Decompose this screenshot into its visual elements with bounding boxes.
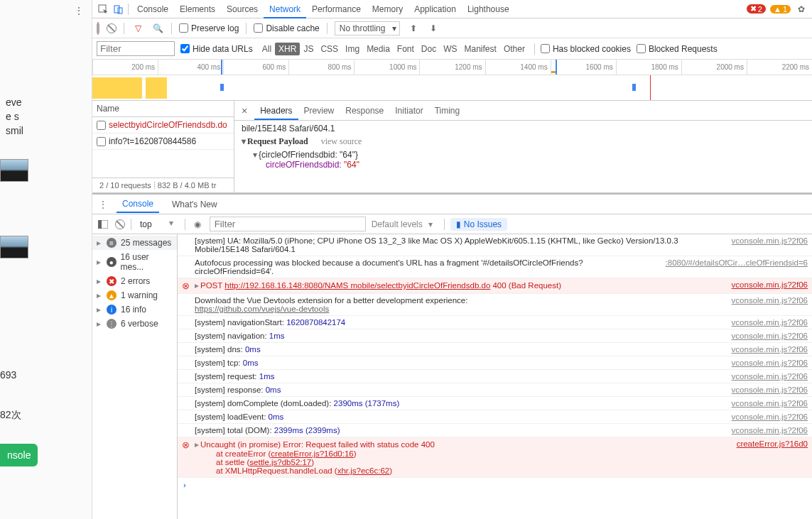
- console-prompt[interactable]: ›: [178, 478, 812, 492]
- detail-tab-preview[interactable]: Preview: [298, 103, 340, 119]
- filter-type-font[interactable]: Font: [394, 43, 418, 55]
- source-link[interactable]: vconsole.min.js?2f06: [732, 318, 808, 327]
- sidebar-filter[interactable]: ⋮6 verbose: [92, 317, 177, 331]
- filter-type-img[interactable]: Img: [342, 43, 363, 55]
- log-line[interactable]: [system] response: 0msvconsole.min.js?2f…: [178, 383, 812, 397]
- column-header-name[interactable]: Name: [92, 101, 234, 117]
- source-link[interactable]: vconsole.min.js?2f06: [732, 280, 808, 289]
- drawer-tab-whatsnew[interactable]: What's New: [166, 197, 223, 212]
- settings-icon[interactable]: ✿: [795, 3, 808, 16]
- log-line[interactable]: [system] tcp: 0msvconsole.min.js?2f06: [178, 356, 812, 370]
- source-link[interactable]: vconsole.min.js?2f06: [732, 413, 808, 421]
- source-link[interactable]: createError.js?16d0: [737, 439, 808, 448]
- log-line[interactable]: Uncaught (in promise) Error: Request fai…: [178, 437, 812, 478]
- source-link[interactable]: vconsole.min.js?2f06: [732, 426, 808, 435]
- throttle-select[interactable]: No throttling: [335, 21, 401, 35]
- log-line[interactable]: [system] navigationStart: 1620870842174v…: [178, 316, 812, 329]
- devtools-tab-application[interactable]: Application: [408, 1, 462, 17]
- log-line[interactable]: [system] dns: 0msvconsole.min.js?2f06: [178, 343, 812, 356]
- clear-icon[interactable]: [107, 23, 117, 33]
- drawer-tab-console[interactable]: Console: [117, 196, 159, 213]
- source-link[interactable]: vconsole.min.js?2f06: [732, 399, 808, 408]
- object-toggle[interactable]: [253, 150, 259, 160]
- filter-type-css[interactable]: CSS: [317, 43, 342, 55]
- warning-badge[interactable]: ▲ 1: [770, 5, 791, 13]
- record-button[interactable]: [97, 23, 99, 33]
- no-issues-badge[interactable]: ▮ No Issues: [450, 218, 507, 231]
- sidebar-filter[interactable]: i16 info: [92, 302, 177, 317]
- devtools-tab-network[interactable]: Network: [264, 1, 306, 18]
- filter-type-all[interactable]: All: [259, 43, 275, 55]
- filter-type-js[interactable]: JS: [300, 43, 317, 55]
- source-link[interactable]: :8080/#/detailsOfCir…cleOfFriendsid=6: [666, 258, 808, 267]
- filter-input[interactable]: [97, 41, 175, 56]
- sidebar-filter[interactable]: ▲1 warning: [92, 288, 177, 302]
- download-icon[interactable]: ⬇: [427, 22, 440, 35]
- devtools-tab-sources[interactable]: Sources: [221, 1, 264, 17]
- sidebar-filter[interactable]: ✖2 errors: [92, 274, 177, 288]
- hide-data-urls-checkbox[interactable]: Hide data URLs: [180, 44, 253, 54]
- request-row[interactable]: selectbyidCircleOfFriendsdb.do: [92, 117, 234, 133]
- filter-type-xhr[interactable]: XHR: [275, 43, 300, 55]
- log-levels-select[interactable]: Default levels: [372, 219, 423, 229]
- clear-console-icon[interactable]: [115, 219, 125, 229]
- filter-icon[interactable]: ▽: [131, 22, 144, 35]
- payload-section-toggle[interactable]: Request Payload: [242, 136, 308, 147]
- preserve-log-checkbox[interactable]: Preserve log: [179, 23, 239, 33]
- console-filter-input[interactable]: [210, 217, 366, 231]
- live-expression-icon[interactable]: ◉: [191, 218, 204, 231]
- filter-type-manifest[interactable]: Manifest: [461, 43, 500, 55]
- context-select[interactable]: top: [137, 218, 163, 231]
- sidebar-filter[interactable]: ≡25 messages: [92, 236, 177, 250]
- source-link[interactable]: vconsole.min.js?2f06: [732, 296, 808, 305]
- filter-type-other[interactable]: Other: [500, 43, 529, 55]
- source-link[interactable]: vconsole.min.js?2f06: [732, 359, 808, 367]
- disable-cache-checkbox[interactable]: Disable cache: [254, 23, 319, 33]
- source-link[interactable]: vconsole.min.js?2f06: [732, 332, 808, 340]
- sidebar-filter[interactable]: ●16 user mes...: [92, 250, 177, 274]
- request-checkbox[interactable]: [97, 121, 106, 130]
- devtools-tab-memory[interactable]: Memory: [367, 1, 408, 17]
- filter-type-media[interactable]: Media: [363, 43, 394, 55]
- kebab-icon[interactable]: ⋮: [97, 198, 109, 211]
- detail-tab-headers[interactable]: Headers: [254, 103, 298, 120]
- log-line[interactable]: [system] loadEvent: 0msvconsole.min.js?2…: [178, 410, 812, 424]
- error-badge[interactable]: ✖ 2: [747, 4, 766, 13]
- source-link[interactable]: vconsole.min.js?2f06: [732, 345, 808, 354]
- log-line[interactable]: Download the Vue Devtools extension for …: [178, 294, 812, 316]
- kebab-icon[interactable]: ⋮: [75, 6, 83, 16]
- view-source-link[interactable]: view source: [321, 136, 362, 147]
- devtools-tab-lighthouse[interactable]: Lighthouse: [462, 1, 515, 17]
- source-link[interactable]: vconsole.min.js?2f06: [732, 236, 808, 245]
- filter-type-doc[interactable]: Doc: [418, 43, 440, 55]
- devtools-tab-console[interactable]: Console: [131, 1, 174, 17]
- inspect-icon[interactable]: [97, 3, 109, 16]
- overview-waterfall[interactable]: [92, 75, 812, 101]
- request-row[interactable]: info?t=1620870844586: [92, 133, 234, 150]
- timeline-ruler[interactable]: 200 ms400 ms600 ms800 ms1000 ms1200 ms14…: [92, 60, 812, 75]
- vconsole-button[interactable]: nsole: [0, 444, 38, 466]
- sidebar-toggle-icon[interactable]: [97, 218, 109, 231]
- source-link[interactable]: vconsole.min.js?2f06: [732, 386, 808, 394]
- detail-tab-initiator[interactable]: Initiator: [389, 103, 428, 119]
- upload-icon[interactable]: ⬆: [407, 22, 420, 35]
- filter-type-ws[interactable]: WS: [440, 43, 460, 55]
- log-line[interactable]: [system] request: 1msvconsole.min.js?2f0…: [178, 370, 812, 383]
- log-line[interactable]: [system] total (DOM): 2399ms (2399ms)vco…: [178, 424, 812, 437]
- devtools-tab-elements[interactable]: Elements: [174, 1, 221, 17]
- device-toggle-icon[interactable]: [112, 3, 125, 16]
- log-line[interactable]: Autofocus processing was blocked because…: [178, 256, 812, 278]
- log-line[interactable]: [system] domComplete (domLoaded): 2390ms…: [178, 397, 812, 410]
- search-icon[interactable]: 🔍: [151, 22, 164, 35]
- source-link[interactable]: vconsole.min.js?2f06: [732, 372, 808, 381]
- request-checkbox[interactable]: [97, 137, 106, 146]
- blocked-cookies-checkbox[interactable]: Has blocked cookies: [541, 44, 631, 54]
- devtools-tab-performance[interactable]: Performance: [306, 1, 367, 17]
- detail-tab-timing[interactable]: Timing: [429, 103, 466, 119]
- close-icon[interactable]: ×: [237, 104, 251, 118]
- log-line[interactable]: [system] navigation: 1msvconsole.min.js?…: [178, 329, 812, 343]
- blocked-requests-checkbox[interactable]: Blocked Requests: [637, 44, 718, 54]
- log-line[interactable]: [system] UA: Mozilla/5.0 (iPhone; CPU iP…: [178, 234, 812, 256]
- detail-tab-response[interactable]: Response: [340, 103, 389, 119]
- log-line[interactable]: POST http://192.168.16.148:8080/NAMS mob…: [178, 278, 812, 294]
